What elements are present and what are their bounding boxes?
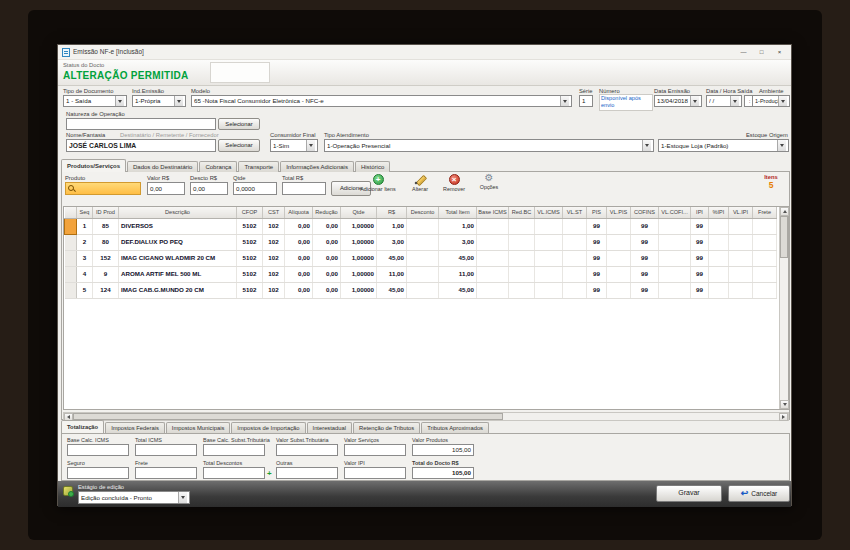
frete-input[interactable] <box>135 467 197 479</box>
row-selector[interactable] <box>65 234 77 250</box>
grid-cell[interactable]: 45,00 <box>377 282 407 298</box>
grid-cell[interactable] <box>563 266 587 282</box>
row-selector[interactable] <box>65 266 77 282</box>
total-descontos-input[interactable] <box>203 467 265 479</box>
chevron-down-icon[interactable] <box>642 140 651 151</box>
grid-cell[interactable]: 1,00 <box>377 218 407 234</box>
grid-cell[interactable]: 2 <box>77 234 93 250</box>
grid-cell[interactable] <box>753 266 777 282</box>
grid-column-header[interactable]: IPI <box>691 207 709 218</box>
tab-tributos-aproximados[interactable]: Tributos Aproximados <box>421 422 489 433</box>
grid-cell[interactable]: 1,00000 <box>341 282 377 298</box>
grid-cell[interactable] <box>477 250 509 266</box>
chevron-down-icon[interactable] <box>178 492 187 503</box>
tab-totalizacao[interactable]: Totalização <box>61 420 104 433</box>
grid-cell[interactable]: 102 <box>263 234 285 250</box>
grid-cell[interactable] <box>509 218 535 234</box>
grid-cell[interactable] <box>509 250 535 266</box>
grid-column-header[interactable]: PIS <box>587 207 607 218</box>
grid-cell[interactable]: 0,00 <box>285 250 313 266</box>
grid-cell[interactable] <box>509 234 535 250</box>
grid-cell[interactable] <box>477 218 509 234</box>
grid-cell[interactable]: 124 <box>93 282 119 298</box>
grid-cell[interactable] <box>535 234 563 250</box>
estoque-origem-select[interactable]: 1-Estoque Loja (Padrão) <box>658 139 789 152</box>
grid-cell[interactable]: 5102 <box>237 266 263 282</box>
valor-produtos-input[interactable]: 105,00 <box>412 444 474 456</box>
grid-cell[interactable] <box>729 234 753 250</box>
grid-column-header[interactable]: %IPI <box>709 207 729 218</box>
grid-cell[interactable]: 0,00 <box>313 250 341 266</box>
grid-column-header[interactable]: VL.COFI... <box>659 207 691 218</box>
adicionar-itens-button[interactable]: + Adicionar Itens <box>353 174 403 192</box>
grid-cell[interactable] <box>535 266 563 282</box>
grid-cell[interactable]: 99 <box>631 234 659 250</box>
remover-button[interactable]: × Remover <box>437 174 471 192</box>
grid-cell[interactable]: 1,00000 <box>341 266 377 282</box>
grid-cell[interactable] <box>563 282 587 298</box>
base-subst-input[interactable] <box>203 444 265 456</box>
grid-cell[interactable]: 5102 <box>237 282 263 298</box>
grid-cell[interactable] <box>407 234 439 250</box>
grid-cell[interactable] <box>607 234 631 250</box>
grid-row[interactable]: 185DIVERSOS51021020,000,001,000001,001,0… <box>65 218 777 234</box>
grid-cell[interactable]: 3 <box>77 250 93 266</box>
tab-impostos-importacao[interactable]: Impostos de Importação <box>231 422 305 433</box>
grid-cell[interactable] <box>477 234 509 250</box>
grid-cell[interactable]: 45,00 <box>377 250 407 266</box>
grid-cell[interactable]: 99 <box>587 250 607 266</box>
grid-cell[interactable]: 152 <box>93 250 119 266</box>
current-row-indicator[interactable] <box>65 218 77 234</box>
grid-cell[interactable]: 5102 <box>237 218 263 234</box>
produto-input[interactable] <box>65 182 141 195</box>
grid-cell[interactable]: 85 <box>93 218 119 234</box>
tab-cobranca[interactable]: Cobrança <box>199 161 237 172</box>
grid-cell[interactable] <box>729 266 753 282</box>
grid-cell[interactable] <box>563 234 587 250</box>
grid-cell[interactable]: DIVERSOS <box>119 218 237 234</box>
grid-cell[interactable]: 3,00 <box>377 234 407 250</box>
grid-row[interactable]: 3152IMAG CIGANO WLADMIR 20 CM51021020,00… <box>65 250 777 266</box>
grid-column-header[interactable]: CFOP <box>237 207 263 218</box>
grid-cell[interactable]: 99 <box>587 266 607 282</box>
natureza-operacao-input[interactable] <box>66 118 216 130</box>
grid-column-header[interactable]: VL.IPI <box>729 207 753 218</box>
grid-cell[interactable]: 99 <box>587 218 607 234</box>
ind-emissao-select[interactable]: 1-Própria <box>132 95 186 107</box>
grid-column-header[interactable]: Red.BC <box>509 207 535 218</box>
grid-cell[interactable]: 0,00 <box>285 266 313 282</box>
grid-cell[interactable] <box>535 218 563 234</box>
total-icms-input[interactable] <box>135 444 197 456</box>
grid-cell[interactable]: 0,00 <box>313 282 341 298</box>
chevron-down-icon[interactable] <box>778 96 787 106</box>
grid-cell[interactable]: 102 <box>263 266 285 282</box>
grid-cell[interactable]: 5 <box>77 282 93 298</box>
grid-cell[interactable]: 99 <box>587 234 607 250</box>
grid-cell[interactable] <box>407 218 439 234</box>
grid-column-header[interactable]: Total Item <box>439 207 477 218</box>
grid-cell[interactable]: 11,00 <box>377 266 407 282</box>
grid-cell[interactable]: 1,00 <box>439 218 477 234</box>
grid-cell[interactable]: 3,00 <box>439 234 477 250</box>
grid-column-header[interactable]: COFINS <box>631 207 659 218</box>
close-button[interactable]: × <box>772 47 787 58</box>
scroll-right-arrow[interactable] <box>779 413 788 421</box>
grid-cell[interactable] <box>659 266 691 282</box>
tab-informacoes-adicionais[interactable]: Informações Adicionais <box>280 161 354 172</box>
grid-cell[interactable]: 99 <box>691 218 709 234</box>
valor-ipi-input[interactable] <box>344 467 406 479</box>
grid-cell[interactable] <box>659 234 691 250</box>
grid-cell[interactable]: 99 <box>631 218 659 234</box>
horizontal-scroll-thumb[interactable] <box>73 413 503 420</box>
grid-cell[interactable]: 99 <box>691 250 709 266</box>
grid-row[interactable]: 5124IMAG CAB.G.MUNDO 20 CM51021020,000,0… <box>65 282 777 298</box>
grid-column-header[interactable]: Base ICMS <box>477 207 509 218</box>
chevron-down-icon[interactable] <box>560 96 569 106</box>
grid-cell[interactable]: 0,00 <box>313 218 341 234</box>
valor-servicos-input[interactable] <box>344 444 406 456</box>
scroll-down-arrow[interactable] <box>780 400 789 409</box>
grid-cell[interactable] <box>563 218 587 234</box>
grid-cell[interactable]: 99 <box>691 234 709 250</box>
estagio-select[interactable]: Edição concluída - Pronto <box>78 491 190 504</box>
nome-selecionar-button[interactable]: Selecionar <box>218 139 260 152</box>
